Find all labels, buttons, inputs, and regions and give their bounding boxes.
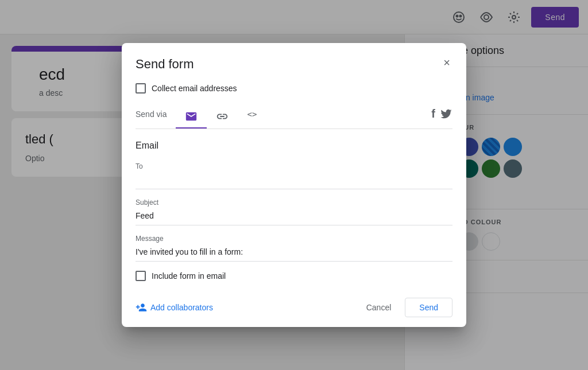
close-icon: × — [443, 56, 450, 69]
cancel-button[interactable]: Cancel — [357, 298, 401, 317]
collect-email-checkbox[interactable] — [136, 83, 146, 94]
tab-email[interactable] — [176, 106, 207, 128]
tab-link[interactable] — [207, 106, 238, 128]
to-label: To — [136, 162, 452, 170]
include-form-checkbox[interactable] — [136, 271, 146, 281]
subject-value: Feed — [136, 209, 452, 225]
include-form-label: Include form in email — [152, 271, 226, 281]
dialog-close-button[interactable]: × — [436, 52, 457, 73]
to-input[interactable] — [136, 173, 452, 189]
embed-tab-icon: <> — [247, 110, 257, 123]
message-value: I've invited you to fill in a form: — [136, 245, 452, 262]
subject-field: Subject Feed — [136, 198, 452, 225]
link-tab-icon — [216, 110, 229, 123]
social-icons: f — [431, 107, 452, 126]
subject-label: Subject — [136, 198, 452, 207]
send-form-dialog: Send form × Collect email addresses Send… — [122, 43, 466, 327]
collect-email-label: Collect email addresses — [152, 84, 237, 93]
tab-embed[interactable]: <> — [238, 105, 266, 129]
email-section: Email To Subject Feed Message I've invit… — [136, 141, 452, 281]
facebook-icon[interactable]: f — [431, 107, 435, 120]
email-tab-icon — [185, 110, 198, 123]
email-section-title: Email — [136, 141, 452, 151]
message-field: Message I've invited you to fill in a fo… — [136, 235, 452, 262]
add-collaborators-button[interactable]: Add collaborators — [136, 297, 213, 318]
dialog-send-button[interactable]: Send — [405, 298, 452, 317]
include-form-row: Include form in email — [136, 271, 452, 281]
send-via-row: Send via <> f — [136, 105, 452, 129]
collect-email-row: Collect email addresses — [136, 83, 452, 94]
add-collaborators-label: Add collaborators — [150, 303, 213, 312]
dialog-overlay: Send form × Collect email addresses Send… — [0, 0, 588, 370]
dialog-title: Send form — [136, 57, 452, 72]
to-field: To — [136, 162, 452, 189]
send-via-label: Send via — [136, 110, 167, 124]
message-label: Message — [136, 235, 452, 243]
dialog-actions: Add collaborators Cancel Send — [136, 293, 452, 318]
twitter-icon[interactable] — [440, 107, 452, 120]
add-person-icon — [136, 302, 147, 313]
